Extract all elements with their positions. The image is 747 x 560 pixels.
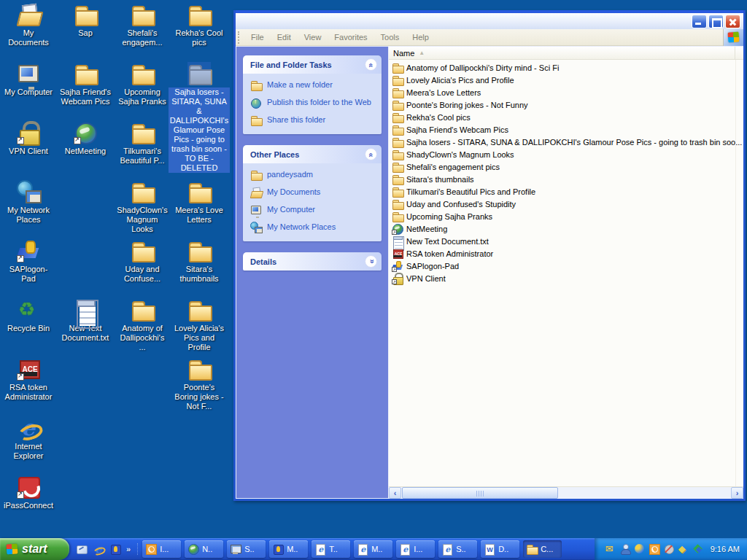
- taskbar-button-label: T..: [329, 545, 338, 553]
- desktop-icon[interactable]: RSA token Administrator: [1, 357, 55, 402]
- taskbar-clock[interactable]: 9:16 AM: [711, 545, 740, 553]
- chevron-up-icon[interactable]: «: [365, 58, 377, 71]
- tray-icon[interactable]: [605, 543, 616, 555]
- quick-launch-icon[interactable]: [76, 543, 88, 555]
- desktop-icon-label: RSA token Administrator: [1, 383, 55, 402]
- menu-item[interactable]: Tools: [374, 31, 406, 43]
- start-button[interactable]: start: [0, 538, 69, 560]
- menu-item[interactable]: Edit: [271, 31, 298, 43]
- section-header[interactable]: Details «: [243, 252, 382, 271]
- file-row[interactable]: NetMeeting: [389, 222, 743, 235]
- taskbar-window-button[interactable]: S..: [227, 540, 266, 558]
- desktop-icon[interactable]: SAPlogon-Pad: [1, 239, 55, 284]
- maximize-button[interactable]: [708, 15, 724, 28]
- chevron-down-icon[interactable]: «: [365, 255, 377, 268]
- desktop-icon[interactable]: Tilkumari's Beautiful P...: [115, 121, 169, 166]
- file-row[interactable]: Lovely Alicia's Pics and Profile: [389, 74, 743, 86]
- task-link[interactable]: Publish this folder to the Web: [250, 98, 377, 109]
- file-row[interactable]: Upcoming Sajha Pranks: [389, 210, 743, 222]
- desktop-icon[interactable]: Anatomy of Dallipockhi's ...: [115, 298, 169, 352]
- chevron-up-icon[interactable]: «: [365, 148, 377, 160]
- place-link[interactable]: My Documents: [250, 187, 377, 198]
- tray-icon[interactable]: [678, 543, 689, 555]
- desktop-icon[interactable]: Sajha losers - SITARA, SUNA & DALLIPOKCH…: [172, 62, 226, 173]
- place-link[interactable]: pandeysadm: [250, 170, 377, 181]
- quick-launch-icon[interactable]: [109, 543, 121, 555]
- desktop-icon-label: iPassConnect: [2, 501, 55, 510]
- column-header-name[interactable]: Name ▲: [389, 47, 735, 59]
- tray-icon[interactable]: [649, 543, 660, 555]
- scroll-left-arrow[interactable]: ‹: [389, 487, 401, 499]
- file-row[interactable]: Uday and Confused's Stupidity: [389, 198, 743, 210]
- taskbar-button-label: N..: [202, 545, 212, 553]
- menu-item[interactable]: View: [298, 31, 328, 43]
- desktop-icon[interactable]: Sitara's thumbnails: [172, 239, 226, 284]
- horizontal-scrollbar[interactable]: ‹ ›: [389, 486, 743, 499]
- tray-icon[interactable]: [634, 543, 646, 555]
- desktop-icon[interactable]: NetMeeting: [58, 121, 112, 156]
- desktop-icon[interactable]: Meera's Love Letters: [172, 180, 226, 225]
- scrollbar-thumb[interactable]: [402, 487, 558, 499]
- task-link[interactable]: Make a new folder: [250, 80, 377, 91]
- quick-launch-icon[interactable]: [93, 543, 104, 555]
- tray-icon[interactable]: [663, 543, 675, 555]
- tray-icon[interactable]: [619, 543, 631, 555]
- file-row[interactable]: ShadyClown's Magnum Looks: [389, 148, 743, 160]
- menu-item[interactable]: File: [244, 31, 271, 43]
- place-link[interactable]: My Computer: [250, 205, 377, 216]
- file-row[interactable]: RSA token Administrator: [389, 247, 743, 260]
- desktop-icon[interactable]: Sajha Friend's Webcam Pics: [58, 62, 112, 106]
- quick-launch-overflow-chevron[interactable]: »: [126, 545, 131, 553]
- desktop-icon[interactable]: My Computer: [1, 62, 55, 97]
- file-row[interactable]: Tilkumari's Beautiful Pics and Profile: [389, 185, 743, 198]
- task-link[interactable]: Share this folder: [250, 115, 377, 126]
- taskbar-window-button[interactable]: C...: [523, 540, 562, 558]
- section-header[interactable]: File and Folder Tasks «: [243, 55, 382, 74]
- file-row[interactable]: Shefali's engagement pics: [389, 160, 743, 173]
- desktop-icon[interactable]: Shefali's engagem...: [115, 3, 169, 47]
- desktop-icon[interactable]: ShadyClown's Magnum Looks: [115, 180, 169, 234]
- tray-icon[interactable]: [692, 543, 704, 555]
- taskbar-window-button[interactable]: I...: [142, 540, 181, 558]
- file-row[interactable]: Sitara's thumbnails: [389, 173, 743, 185]
- desktop-icon[interactable]: My Network Places: [1, 180, 55, 225]
- section-header[interactable]: Other Places «: [243, 145, 382, 163]
- place-link[interactable]: My Network Places: [250, 222, 377, 233]
- file-row[interactable]: SAPlogon-Pad: [389, 260, 743, 272]
- file-row[interactable]: Sajha Friend's Webcam Pics: [389, 123, 743, 136]
- scroll-right-arrow[interactable]: ›: [731, 487, 743, 499]
- desktop-icon[interactable]: New Text Document.txt: [58, 298, 112, 343]
- desktop-icon[interactable]: Internet Explorer: [1, 416, 55, 461]
- file-name: New Text Document.txt: [406, 237, 489, 246]
- desktop-icon[interactable]: Lovely Alicia's Pics and Profile: [172, 298, 226, 352]
- taskbar-window-button[interactable]: M..: [269, 540, 308, 558]
- file-row[interactable]: Meera's Love Letters: [389, 86, 743, 98]
- taskbar-window-button[interactable]: D..: [481, 540, 519, 558]
- close-button[interactable]: [725, 15, 740, 28]
- taskbar-window-button[interactable]: N..: [185, 540, 223, 558]
- desktop-icon[interactable]: My Documents: [1, 3, 55, 47]
- menu-item[interactable]: Favorites: [328, 31, 374, 43]
- desktop-icon[interactable]: Rekha's Cool pics: [172, 3, 226, 47]
- file-row[interactable]: Anatomy of Dallipockhi's Dirty mind - Sc…: [389, 61, 743, 74]
- taskbar-window-button[interactable]: I...: [396, 540, 435, 558]
- desktop-icon[interactable]: VPN Client: [1, 121, 55, 156]
- file-row[interactable]: Poonte's Boring jokes - Not Funny: [389, 98, 743, 111]
- file-row[interactable]: Rekha's Cool pics: [389, 111, 743, 123]
- desktop-icon[interactable]: iPassConnect: [1, 475, 55, 510]
- minimize-button[interactable]: [692, 15, 707, 28]
- taskbar-window-button[interactable]: T..: [311, 540, 350, 558]
- desktop-icon[interactable]: Sap: [58, 3, 112, 38]
- file-row[interactable]: VPN Client: [389, 272, 743, 284]
- taskbar-window-button[interactable]: M..: [354, 540, 392, 558]
- file-row[interactable]: New Text Document.txt: [389, 235, 743, 247]
- desktop-icon[interactable]: Poonte's Boring jokes - Not F...: [172, 357, 226, 411]
- taskbar-window-button[interactable]: S..: [438, 540, 477, 558]
- file-row[interactable]: Sajha losers - SITARA, SUNA & DALLIPOKCH…: [389, 136, 743, 148]
- desktop-icon[interactable]: Recycle Bin: [1, 298, 55, 333]
- window-titlebar[interactable]: [236, 10, 743, 29]
- menu-item[interactable]: Help: [406, 31, 436, 43]
- desktop-icon[interactable]: Uday and Confuse...: [115, 239, 169, 284]
- desktop-icon[interactable]: Upcoming Sajha Pranks: [115, 62, 169, 106]
- toolbar-grip[interactable]: [238, 31, 243, 44]
